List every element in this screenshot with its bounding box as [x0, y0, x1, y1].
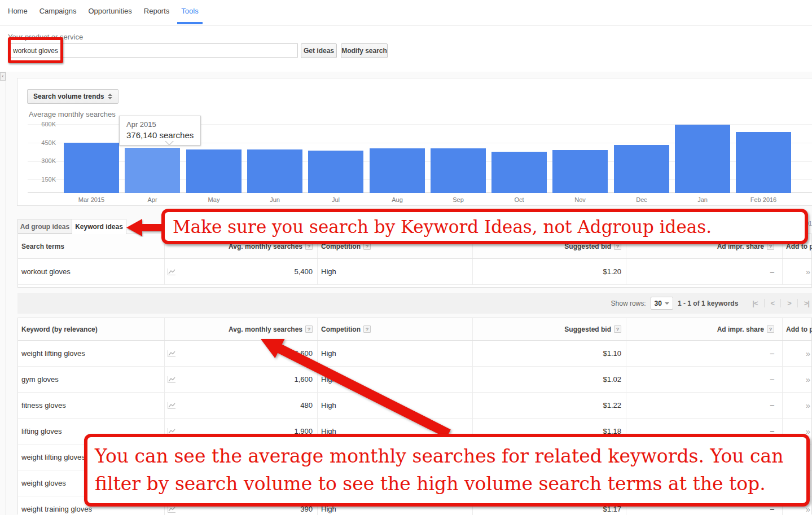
annotation-box-keyword-ideas: Make sure you search by Keyword Ideas, n…: [161, 209, 808, 244]
trend-chart-icon[interactable]: [167, 402, 176, 410]
annotation-text-bottom-line1: You can see the average monthly searches…: [95, 442, 806, 470]
nav-item-tools[interactable]: Tools: [181, 7, 198, 25]
chart-tooltip: Apr 2015 376,140 searches: [119, 116, 201, 146]
help-icon[interactable]: ?: [614, 325, 621, 333]
chart-bar[interactable]: [247, 149, 302, 193]
x-tick-label: Oct: [491, 196, 547, 203]
pager-controls: |<<>>|: [746, 299, 812, 307]
x-tick-label: Aug: [370, 196, 425, 203]
collapse-panel-icon[interactable]: ‹: [0, 72, 6, 81]
rows-per-page-value: 30: [655, 300, 662, 307]
pagination-bar: Show rows: 30 1 - 1 of 1 keywords |<<>>|: [17, 293, 812, 314]
keyword-cell: weight lifting gloves: [18, 341, 165, 366]
annotation-text-top: Make sure you search by Keyword Ideas, n…: [173, 217, 712, 237]
sort-arrows-icon: [108, 94, 112, 99]
suggested-bid-cell: $1.22: [473, 393, 626, 418]
add-to-plan-button[interactable]: »: [806, 504, 810, 514]
avg-searches-value: 5,400: [294, 267, 313, 276]
next-page-button[interactable]: >: [780, 299, 797, 307]
nav-item-tools-label: Tools: [181, 7, 198, 15]
chart-bar[interactable]: [614, 145, 669, 193]
chart-bar[interactable]: [186, 149, 242, 193]
add-to-plan-cell: »: [783, 367, 812, 392]
nav-item-opportunities[interactable]: Opportunities: [88, 7, 131, 25]
chart-bar[interactable]: [491, 152, 547, 193]
ad-impr-share-cell: –: [626, 259, 783, 284]
header-suggested-bid: Suggested bid ?: [473, 318, 626, 340]
add-to-plan-button[interactable]: »: [806, 349, 810, 358]
tab-ad-group-ideas[interactable]: Ad group ideas: [17, 219, 72, 234]
modify-search-button[interactable]: Modify search: [341, 43, 388, 58]
help-icon[interactable]: ?: [305, 325, 313, 333]
x-tick-label: Nov: [552, 196, 608, 203]
x-tick-label: Sep: [431, 196, 486, 203]
x-tick-label: Jan: [675, 196, 730, 203]
header-avg-label: Avg. monthly searches: [229, 325, 302, 333]
search-terms-rows: workout gloves5,400High$1.20–»: [18, 259, 811, 285]
nav-item-campaigns[interactable]: Campaigns: [39, 7, 77, 25]
chart-bar[interactable]: [736, 132, 791, 193]
chart-bar[interactable]: [125, 148, 180, 193]
add-to-plan-cell: »: [783, 393, 812, 418]
y-tick-label: 600K: [27, 121, 56, 127]
search-volume-panel: Search volume trends Average monthly sea…: [17, 78, 812, 206]
add-to-plan-button[interactable]: »: [806, 375, 810, 384]
last-page-button[interactable]: >|: [797, 299, 812, 307]
product-service-label: Your product or service: [8, 33, 83, 41]
show-rows-label: Show rows:: [611, 300, 646, 307]
ad-impr-share-cell: –: [626, 393, 783, 418]
header-bid-label: Suggested bid: [564, 325, 611, 333]
trend-chart-icon[interactable]: [167, 376, 176, 384]
x-tick-label: Feb 2016: [736, 196, 791, 203]
trends-dropdown-label: Search volume trends: [33, 93, 104, 100]
trend-chart-icon[interactable]: [167, 350, 176, 358]
header-search-terms: Search terms: [18, 234, 165, 258]
chart-bar[interactable]: [552, 150, 608, 193]
ad-impr-share-cell: –: [626, 367, 783, 392]
tab-keyword-ideas[interactable]: Keyword ideas: [72, 219, 126, 234]
suggested-bid-cell: $1.20: [473, 259, 626, 284]
add-to-plan-button[interactable]: »: [806, 400, 810, 410]
header-add-to-plan: Add to plan: [783, 318, 812, 340]
header-ad-impr-share: Ad impr. share ?: [626, 318, 783, 340]
tooltip-value: 376,140 searches: [126, 130, 194, 140]
keyword-search-input[interactable]: [9, 43, 298, 58]
add-to-plan-cell: »: [783, 259, 812, 284]
first-page-button[interactable]: |<: [746, 299, 763, 307]
x-tick-label: May: [186, 196, 242, 203]
chart-bar[interactable]: [431, 148, 486, 193]
chart-bar[interactable]: [308, 151, 363, 193]
suggested-bid-cell: $1.10: [473, 341, 626, 366]
y-tick-label: 450K: [27, 139, 56, 146]
x-tick-label: Jul: [308, 196, 363, 203]
avg-monthly-searches-cell: 5,400: [165, 259, 318, 284]
help-icon[interactable]: ?: [363, 325, 371, 333]
prev-page-button[interactable]: <: [764, 299, 781, 307]
nav-item-reports[interactable]: Reports: [144, 7, 170, 25]
keyword-cell: fitness gloves: [18, 393, 165, 418]
active-tab-underline: [177, 22, 202, 24]
trend-chart-icon[interactable]: [167, 268, 176, 276]
trend-chart-icon[interactable]: [167, 505, 176, 513]
x-tick-label: Dec: [614, 196, 669, 203]
add-to-plan-button[interactable]: »: [806, 267, 810, 276]
tooltip-pointer-fill: [165, 140, 173, 144]
rows-per-page-dropdown[interactable]: 30: [651, 297, 673, 310]
keyword-cell: workout gloves: [18, 259, 165, 284]
x-tick-label: Mar 2015: [64, 196, 119, 203]
x-tick-label: Jun: [247, 196, 302, 203]
y-tick-label: 300K: [27, 157, 56, 164]
trends-dropdown[interactable]: Search volume trends: [27, 89, 118, 104]
annotation-box-avg-searches: You can see the average monthly searches…: [84, 434, 810, 507]
chart-bar[interactable]: [370, 148, 425, 193]
chart-bar[interactable]: [64, 143, 119, 193]
chart-bar[interactable]: [675, 125, 730, 193]
get-ideas-button[interactable]: Get ideas: [301, 43, 337, 58]
annotation-text-bottom-line2: filter by search volume to see the high …: [95, 470, 806, 498]
chevron-down-icon: [665, 302, 669, 305]
nav-item-home[interactable]: Home: [8, 7, 28, 25]
help-icon[interactable]: ?: [767, 325, 774, 333]
add-to-plan-cell: »: [783, 341, 812, 366]
header-competition-label: Competition: [321, 325, 361, 333]
suggested-bid-cell: $1.02: [473, 367, 626, 392]
